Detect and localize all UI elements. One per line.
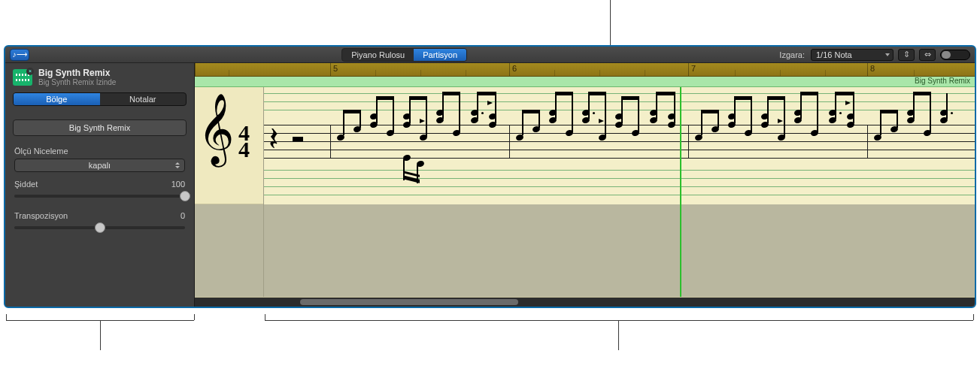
ruler-num: 5 bbox=[333, 64, 338, 73]
callout-bracket-score bbox=[265, 320, 973, 321]
tab-score[interactable]: Partisyon bbox=[414, 49, 466, 61]
horizontal-scrollbar[interactable] bbox=[195, 298, 975, 307]
half-rest bbox=[293, 137, 303, 141]
quantize-select[interactable]: kapalı bbox=[14, 159, 185, 172]
playhead[interactable] bbox=[680, 87, 681, 298]
callout-line-top bbox=[610, 0, 611, 45]
ruler-num: 8 bbox=[870, 64, 875, 73]
midi-in-button[interactable]: ♪⟶ bbox=[10, 49, 29, 61]
velocity-label: Şiddet bbox=[14, 180, 38, 189]
horizontal-zoom-button[interactable]: ⇔ bbox=[919, 49, 936, 61]
grid-label: Izgara: bbox=[779, 50, 805, 59]
region-label: Big Synth Remix bbox=[915, 77, 970, 85]
horizontal-arrows-icon: ⇔ bbox=[924, 50, 931, 59]
grid-value-select[interactable]: 1/16 Nota bbox=[811, 49, 894, 61]
score-gutter: 𝄞 4 4 bbox=[195, 87, 264, 297]
grid-value-text: 1/16 Nota bbox=[816, 50, 852, 59]
region-name-button[interactable]: Big Synth Remix bbox=[13, 119, 187, 136]
time-sig-denominator: 4 bbox=[238, 141, 250, 158]
catch-toggle[interactable] bbox=[940, 50, 970, 60]
callout-tick bbox=[194, 314, 195, 320]
quantize-value: kapalı bbox=[89, 161, 111, 170]
tab-region[interactable]: Bölge bbox=[14, 93, 100, 105]
midi-in-icon: ♪⟶ bbox=[13, 50, 27, 59]
callout-tick bbox=[265, 314, 265, 320]
track-icon: × bbox=[13, 69, 32, 86]
score-editor-window: ♪⟶ Piyano Rulosu Partisyon Izgara: 1/16 … bbox=[4, 45, 976, 308]
transpose-slider[interactable] bbox=[14, 226, 185, 229]
editor-toolbar: ♪⟶ Piyano Rulosu Partisyon Izgara: 1/16 … bbox=[5, 47, 975, 63]
vertical-arrows-icon: ⇕ bbox=[903, 50, 910, 59]
callout-line-score bbox=[618, 320, 619, 350]
callout-line-inspector bbox=[100, 320, 101, 350]
velocity-value: 100 bbox=[171, 180, 185, 189]
quantize-label: Ölçü Niceleme bbox=[14, 147, 68, 156]
score-pane: 5 6 7 8 Big Synth Remix bbox=[195, 63, 975, 307]
inspector-tabs: Bölge Notalar bbox=[13, 92, 187, 106]
callout-tick bbox=[973, 314, 974, 320]
vertical-zoom-button[interactable]: ⇕ bbox=[898, 49, 915, 61]
view-mode-tabs: Piyano Rulosu Partisyon bbox=[341, 48, 467, 62]
time-ruler[interactable]: 5 6 7 8 bbox=[195, 63, 975, 77]
transpose-value: 0 bbox=[181, 211, 185, 220]
track-title: Big Synth Remix bbox=[38, 68, 116, 78]
ruler-num: 6 bbox=[512, 64, 517, 73]
editor-body: × Big Synth Remix Big Synth Remix İzinde… bbox=[5, 63, 975, 307]
treble-clef-icon: 𝄞 bbox=[198, 98, 234, 159]
ruler-num: 7 bbox=[691, 64, 696, 73]
velocity-slider[interactable] bbox=[14, 195, 185, 198]
track-subtitle: Big Synth Remix İzinde bbox=[38, 78, 116, 86]
score-display[interactable]: 𝄞 4 4 bbox=[195, 87, 975, 298]
tab-notes[interactable]: Notalar bbox=[100, 93, 187, 105]
inspector-header: × Big Synth Remix Big Synth Remix İzinde bbox=[5, 63, 194, 88]
region-strip[interactable]: Big Synth Remix bbox=[195, 77, 975, 87]
transpose-label: Transpozisyon bbox=[14, 211, 68, 220]
inspector-panel: × Big Synth Remix Big Synth Remix İzinde… bbox=[5, 63, 195, 307]
tab-piano-roll[interactable]: Piyano Rulosu bbox=[342, 49, 414, 61]
callout-tick bbox=[6, 314, 7, 320]
